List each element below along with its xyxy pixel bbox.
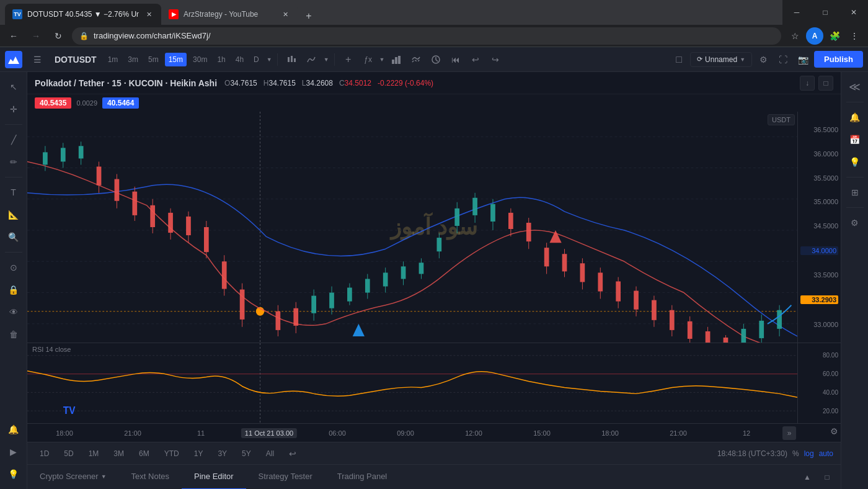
zoom-tool[interactable]: 🔍 — [4, 227, 24, 247]
interval-3m[interactable]: 3m — [124, 53, 142, 66]
settings-icon[interactable]: ⚙ — [755, 51, 772, 68]
cursor-tool[interactable]: ↖ — [4, 77, 24, 97]
undo-icon[interactable]: ↩ — [467, 51, 484, 68]
go-to-icon[interactable] — [427, 51, 445, 68]
bookmark-icon[interactable]: ☆ — [786, 27, 804, 45]
interval-5m[interactable]: 5m — [144, 53, 162, 66]
replay-icon-2[interactable]: ↩ — [284, 445, 301, 462]
range-1y[interactable]: 1Y — [189, 447, 208, 460]
interval-1h[interactable]: 1h — [213, 53, 229, 66]
menu-icon[interactable]: ⋮ — [846, 27, 863, 45]
text-tool[interactable]: T — [4, 182, 24, 202]
interval-30m[interactable]: 30m — [189, 53, 211, 66]
tab-strategy-tester[interactable]: Strategy Tester — [246, 465, 325, 490]
redo-icon[interactable]: ↪ — [487, 51, 504, 68]
log-btn[interactable]: log — [804, 449, 814, 458]
trend-line-tool[interactable]: ╱ — [4, 130, 24, 150]
right-settings-icon[interactable]: ⚙ — [845, 213, 865, 233]
indicators-dropdown[interactable]: ▼ — [324, 56, 329, 63]
fullscreen-icon[interactable]: ⛶ — [774, 51, 792, 68]
tab-crypto-screener[interactable]: Crypto Screener ▼ — [27, 465, 119, 490]
crosshair-tool[interactable]: ✛ — [4, 99, 24, 119]
range-1d[interactable]: 1D — [35, 447, 54, 460]
fx-icon[interactable]: ƒx — [360, 51, 377, 68]
extension-icon[interactable]: 🧩 — [826, 27, 843, 45]
chart-type-icon[interactable] — [283, 51, 300, 68]
chart-expand-up[interactable]: □ — [818, 76, 833, 91]
tab-dotusdt[interactable]: TV DOTUSDT 40.5435 ▼ −2.76% Un... ✕ — [5, 4, 161, 25]
rewind-icon[interactable]: ⏮ — [447, 51, 464, 68]
address-bar[interactable]: 🔒 tradingview.com/chart/iKSEwd7j/ — [72, 27, 781, 45]
sidebar-sep-3 — [5, 252, 22, 253]
tab-pine-editor[interactable]: Pine Editor — [182, 465, 246, 490]
brush-tool[interactable]: ✏ — [4, 152, 24, 172]
trash-tool[interactable]: 🗑 — [4, 325, 24, 344]
right-alert-icon[interactable]: 🔔 — [845, 107, 865, 127]
range-5y[interactable]: 5Y — [237, 447, 256, 460]
svg-rect-32 — [168, 213, 173, 233]
layout-icon[interactable]: □ — [670, 51, 688, 68]
svg-rect-78 — [580, 263, 585, 282]
url-text: tradingview.com/chart/iKSEwd7j/ — [94, 31, 211, 40]
tab-text-notes[interactable]: Text Notes — [119, 465, 182, 490]
chart-canvas[interactable]: سود آموز — [27, 112, 841, 343]
camera-icon[interactable]: 📷 — [794, 51, 812, 68]
range-all[interactable]: All — [261, 447, 279, 460]
workspace-btn[interactable]: ⟳ Unnamed ▼ — [690, 52, 752, 67]
svg-rect-50 — [329, 293, 334, 308]
right-calendar-icon[interactable]: 📅 — [845, 130, 865, 150]
back-button[interactable]: ← — [5, 27, 22, 45]
ideas-icon[interactable]: 💡 — [4, 464, 24, 484]
alerts-icon[interactable]: 🔔 — [4, 419, 24, 439]
interval-dropdown[interactable]: ▼ — [267, 56, 272, 63]
magnet-tool[interactable]: ⊙ — [4, 258, 24, 277]
address-bar-row: ← → ↻ 🔒 tradingview.com/chart/iKSEwd7j/ … — [0, 25, 868, 47]
chart-expand-down[interactable]: ↓ — [800, 76, 815, 91]
tab-youtube[interactable]: ▶ ArzStrategy - YouTube ✕ — [161, 4, 298, 25]
interval-4h[interactable]: 4h — [232, 53, 247, 66]
close-button[interactable]: ✕ — [839, 0, 868, 25]
forward-button[interactable]: → — [27, 27, 45, 45]
tab-close-1[interactable]: ✕ — [144, 9, 154, 19]
right-grid-icon[interactable]: ⊞ — [845, 182, 865, 202]
tab-trading-panel[interactable]: Trading Panel — [325, 465, 399, 490]
maximize-button[interactable]: □ — [811, 0, 839, 25]
right-expand-icon[interactable]: ≪ — [845, 77, 865, 97]
range-6m[interactable]: 6M — [134, 447, 154, 460]
pct-btn[interactable]: % — [792, 449, 799, 458]
range-3y[interactable]: 3Y — [213, 447, 232, 460]
add-indicator-btn[interactable]: + — [340, 51, 357, 68]
lock-tool[interactable]: 🔒 — [4, 280, 24, 300]
range-3m[interactable]: 3M — [108, 447, 129, 460]
range-ytd[interactable]: YTD — [159, 447, 184, 460]
interval-1m[interactable]: 1m — [104, 53, 122, 66]
time-settings-icon[interactable]: ⚙ — [830, 426, 838, 436]
measure-tool[interactable]: 📐 — [4, 205, 24, 225]
tab-close-2[interactable]: ✕ — [280, 9, 290, 19]
replay-icon[interactable]: ▶ — [4, 442, 24, 462]
ohlc-open: O34.7615 — [224, 79, 257, 87]
right-idea-icon[interactable]: 💡 — [845, 152, 865, 172]
eye-tool[interactable]: 👁 — [4, 302, 24, 322]
fx-dropdown[interactable]: ▼ — [379, 56, 385, 63]
bar-chart-icon[interactable] — [388, 51, 405, 68]
indicators-icon[interactable] — [303, 51, 320, 68]
scroll-right-btn[interactable]: » — [782, 426, 796, 440]
minimize-button[interactable]: ─ — [782, 0, 811, 25]
range-1m[interactable]: 1M — [84, 447, 104, 460]
publish-button[interactable]: Publish — [814, 51, 863, 68]
interval-15m[interactable]: 15m — [165, 53, 187, 66]
new-tab-button[interactable]: + — [300, 7, 317, 25]
range-5d[interactable]: 5D — [59, 447, 78, 460]
hamburger-menu[interactable]: ☰ — [27, 50, 47, 70]
compare-icon[interactable] — [407, 51, 425, 68]
interval-D[interactable]: D — [250, 53, 263, 66]
expand-tab-btn[interactable]: □ — [818, 469, 836, 486]
auto-btn[interactable]: auto — [819, 449, 833, 458]
profile-icon[interactable]: A — [806, 27, 823, 45]
symbol-display[interactable]: DOTUSDT — [50, 55, 102, 65]
collapse-tab-btn[interactable]: ▲ — [799, 469, 816, 486]
reload-button[interactable]: ↻ — [50, 27, 67, 45]
crypto-screener-dropdown[interactable]: ▼ — [101, 473, 107, 480]
svg-rect-34 — [186, 217, 191, 235]
